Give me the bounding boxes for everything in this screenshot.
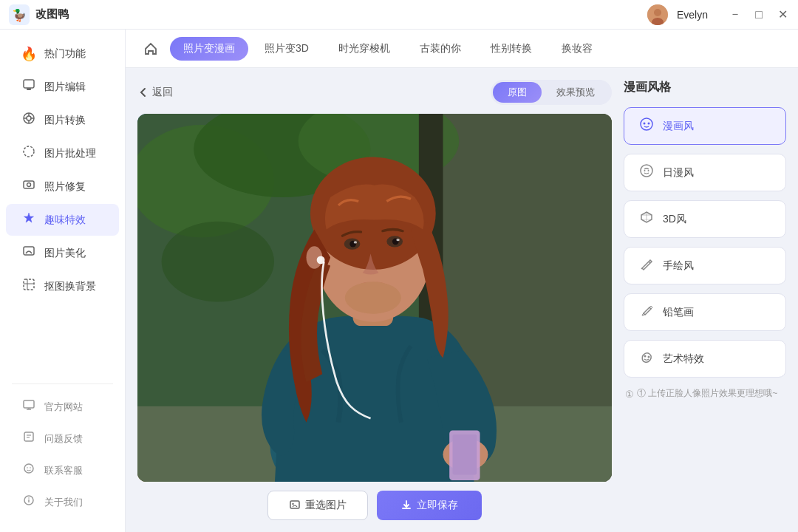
sidebar-label-repair: 照片修复 xyxy=(44,180,86,194)
sidebar-label-batch: 图片批处理 xyxy=(44,147,96,160)
svg-rect-24 xyxy=(24,432,33,441)
save-button[interactable]: 立即保存 xyxy=(377,491,482,520)
japan-style-icon xyxy=(638,163,655,182)
content-area: 照片变漫画 照片变3D 时光穿梭机 古装的你 性别转换 换妆容 返回 xyxy=(126,30,798,532)
sketch-style-icon xyxy=(638,256,655,275)
svg-point-9 xyxy=(27,116,31,120)
sidebar: 🔥 热门功能 图片编辑 xyxy=(0,30,126,532)
art-style-icon xyxy=(638,349,655,368)
website-icon xyxy=(21,399,37,415)
svg-rect-57 xyxy=(290,501,299,508)
svg-rect-21 xyxy=(24,400,34,408)
main-layout: 🔥 热门功能 图片编辑 xyxy=(0,30,798,532)
convert-icon xyxy=(21,112,37,129)
style-3d-btn[interactable]: 3D风 xyxy=(624,200,786,238)
view-toggle: 原图 效果预览 xyxy=(491,80,612,105)
3d-style-icon xyxy=(638,210,655,228)
cutout-icon xyxy=(21,278,37,295)
style-japan-label: 日漫风 xyxy=(663,166,694,180)
svg-point-55 xyxy=(345,282,401,314)
tab-cartoon[interactable]: 照片变漫画 xyxy=(170,37,248,61)
view-original-btn[interactable]: 原图 xyxy=(493,82,542,103)
hint-text: ① 上传正脸人像照片效果更理想哦~ xyxy=(637,386,777,400)
sidebar-item-batch[interactable]: 图片批处理 xyxy=(6,137,119,169)
app-name: 改图鸭 xyxy=(35,7,69,21)
edit-icon xyxy=(21,78,37,95)
style-sketch-btn[interactable]: 手绘风 xyxy=(624,247,786,284)
tab-timemachine[interactable]: 时光穿梭机 xyxy=(325,37,403,61)
titlebar: 🦆 改图鸭 Evelyn － □ ✕ xyxy=(0,0,798,30)
sidebar-item-beauty[interactable]: 图片美化 xyxy=(6,237,119,269)
image-panel: 返回 原图 效果预览 xyxy=(137,80,612,520)
close-button[interactable]: ✕ xyxy=(776,8,789,21)
bottom-buttons: 重选图片 立即保存 xyxy=(137,491,612,520)
style-sketch-label: 手绘风 xyxy=(663,259,694,273)
view-preview-btn[interactable]: 效果预览 xyxy=(542,82,610,103)
svg-point-27 xyxy=(24,464,33,473)
maximize-button[interactable]: □ xyxy=(752,8,765,21)
sidebar-main-section: 🔥 热门功能 图片编辑 xyxy=(0,37,125,378)
save-label: 立即保存 xyxy=(417,499,458,512)
sidebar-item-hot[interactable]: 🔥 热门功能 xyxy=(6,38,119,69)
repair-icon xyxy=(21,178,37,195)
svg-point-32 xyxy=(28,497,30,499)
sidebar-label-effects: 趣味特效 xyxy=(44,214,86,227)
sidebar-item-cutout[interactable]: 抠图换背景 xyxy=(6,270,119,302)
tab-bar: 照片变漫画 照片变3D 时光穿梭机 古装的你 性别转换 换妆容 xyxy=(126,30,798,68)
window-controls: － □ ✕ xyxy=(729,8,789,21)
about-icon xyxy=(21,494,37,510)
svg-point-54 xyxy=(396,239,399,241)
back-label: 返回 xyxy=(152,86,173,99)
tab-gender[interactable]: 性别转换 xyxy=(477,37,545,61)
sidebar-item-repair[interactable]: 照片修复 xyxy=(6,171,119,202)
sidebar-label-hot: 热门功能 xyxy=(44,47,86,61)
style-hint: ① ① 上传正脸人像照片效果更理想哦~ xyxy=(624,386,786,402)
sidebar-item-about[interactable]: 关于我们 xyxy=(6,487,119,517)
titlebar-right: Evelyn － □ ✕ xyxy=(647,4,789,25)
svg-point-63 xyxy=(644,170,646,171)
svg-point-14 xyxy=(24,146,34,157)
sidebar-label-convert: 图片转换 xyxy=(44,114,86,127)
svg-point-64 xyxy=(648,170,649,171)
tab-ancient[interactable]: 古装的你 xyxy=(406,37,474,61)
style-art-btn[interactable]: 艺术特效 xyxy=(624,340,786,378)
svg-point-62 xyxy=(641,165,652,177)
style-comic-label: 漫画风 xyxy=(663,120,694,133)
style-art-label: 艺术特效 xyxy=(663,352,704,366)
username: Evelyn xyxy=(677,9,708,21)
top-controls: 返回 原图 效果预览 xyxy=(137,80,612,105)
sidebar-divider xyxy=(12,383,113,384)
sidebar-item-service[interactable]: 联系客服 xyxy=(6,455,119,485)
batch-icon xyxy=(21,145,37,162)
sidebar-item-effects[interactable]: 趣味特效 xyxy=(6,204,119,236)
main-content: 返回 原图 效果预览 xyxy=(126,68,798,532)
hint-icon: ① xyxy=(625,387,634,402)
sidebar-item-feedback[interactable]: 问题反馈 xyxy=(6,423,119,454)
sidebar-item-convert[interactable]: 图片转换 xyxy=(6,104,119,136)
svg-rect-44 xyxy=(453,434,477,474)
svg-rect-5 xyxy=(24,80,34,88)
sidebar-footer: 官方网站 问题反馈 xyxy=(0,390,125,525)
svg-point-16 xyxy=(27,183,31,187)
style-japan-btn[interactable]: 日漫风 xyxy=(624,154,786,191)
style-comic-btn[interactable]: 漫画风 xyxy=(624,107,786,145)
sidebar-item-website[interactable]: 官方网站 xyxy=(6,392,119,422)
sidebar-label-cutout: 抠图换背景 xyxy=(44,280,96,293)
home-tab-button[interactable] xyxy=(137,35,164,62)
hot-icon: 🔥 xyxy=(21,46,37,62)
sidebar-label-website: 官方网站 xyxy=(44,400,83,414)
svg-rect-15 xyxy=(24,181,34,188)
svg-rect-18 xyxy=(24,279,34,290)
tab-makeup[interactable]: 换妆容 xyxy=(548,37,606,61)
svg-point-59 xyxy=(641,118,652,130)
svg-point-65 xyxy=(644,355,647,358)
svg-point-60 xyxy=(644,123,646,125)
sidebar-item-edit[interactable]: 图片编辑 xyxy=(6,71,119,103)
reselect-button[interactable]: 重选图片 xyxy=(267,491,368,520)
sidebar-label-edit: 图片编辑 xyxy=(44,81,86,94)
style-pencil-btn[interactable]: 铅笔画 xyxy=(624,293,786,331)
user-avatar xyxy=(647,4,668,25)
minimize-button[interactable]: － xyxy=(729,8,742,21)
tab-3d[interactable]: 照片变3D xyxy=(251,37,322,61)
back-button[interactable]: 返回 xyxy=(137,86,173,99)
